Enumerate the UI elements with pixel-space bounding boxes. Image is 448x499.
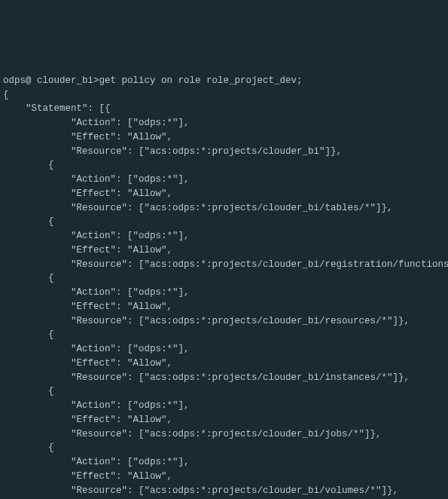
- stmt-3-resource: "Resource": ["acs:odps:*:projects/cloude…: [3, 316, 410, 326]
- stmt-4-open: {: [3, 329, 54, 340]
- stmt-6-effect: "Effect": "Allow",: [3, 471, 172, 482]
- stmt-2-effect: "Effect": "Allow",: [3, 245, 172, 256]
- stmt-6-resource: "Resource": ["acs:odps:*:projects/cloude…: [3, 485, 398, 496]
- stmt-5-open: {: [3, 386, 54, 396]
- stmt-6-open: {: [3, 442, 54, 453]
- json-open-brace: {: [3, 90, 9, 100]
- stmt-0-resource: "Resource": ["acs:odps:*:projects/cloude…: [3, 146, 342, 157]
- prompt-line: odps@ clouder_bi>get policy on role role…: [3, 75, 303, 86]
- stmt-1-effect: "Effect": "Allow",: [3, 188, 172, 199]
- stmt-5-resource: "Resource": ["acs:odps:*:projects/cloude…: [3, 429, 382, 439]
- stmt-4-effect: "Effect": "Allow",: [3, 358, 172, 369]
- stmt-2-resource: "Resource": ["acs:odps:*:projects/cloude…: [3, 259, 448, 270]
- stmt-3-effect: "Effect": "Allow",: [3, 302, 172, 312]
- statement-open: "Statement": [{: [3, 103, 111, 114]
- stmt-6-action: "Action": ["odps:*"],: [3, 457, 190, 467]
- stmt-4-resource: "Resource": ["acs:odps:*:projects/cloude…: [3, 372, 410, 383]
- stmt-2-open: {: [3, 216, 54, 227]
- stmt-5-effect: "Effect": "Allow",: [3, 415, 172, 425]
- stmt-3-action: "Action": ["odps:*"],: [3, 287, 190, 298]
- stmt-0-effect: "Effect": "Allow",: [3, 132, 172, 142]
- terminal-output: odps@ clouder_bi>get policy on role role…: [3, 60, 445, 499]
- stmt-1-resource: "Resource": ["acs:odps:*:projects/cloude…: [3, 203, 393, 213]
- stmt-5-action: "Action": ["odps:*"],: [3, 400, 190, 411]
- stmt-2-action: "Action": ["odps:*"],: [3, 231, 190, 241]
- stmt-1-open: {: [3, 160, 54, 170]
- stmt-1-action: "Action": ["odps:*"],: [3, 174, 190, 185]
- stmt-4-action: "Action": ["odps:*"],: [3, 344, 190, 354]
- stmt-3-open: {: [3, 273, 54, 283]
- stmt-0-action: "Action": ["odps:*"],: [3, 118, 190, 128]
